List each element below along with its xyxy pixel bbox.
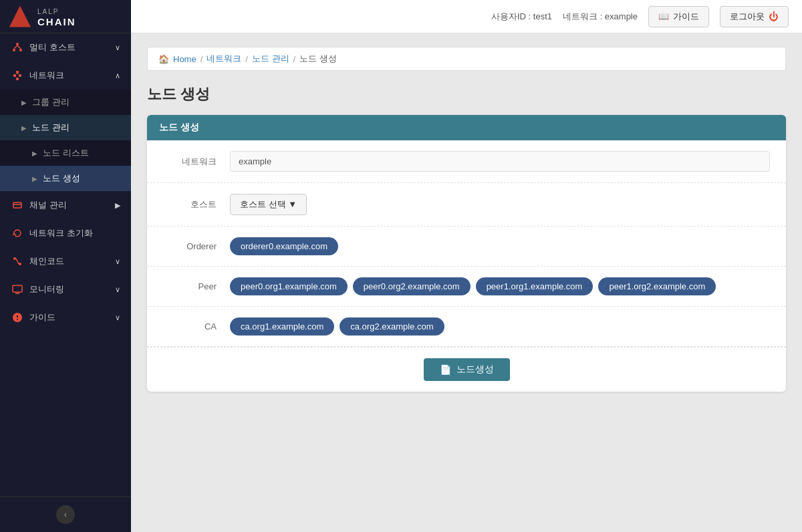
host-row: 호스트 호스트 선택 ▼ <box>147 183 786 227</box>
node-create-button[interactable]: 📄 노드생성 <box>424 358 510 381</box>
sidebar-item-network[interactable]: 네트워크 ∧ <box>0 61 131 90</box>
chaincode-icon <box>11 255 24 268</box>
network2-icon <box>11 69 24 82</box>
svg-rect-11 <box>13 203 21 208</box>
channel-icon <box>11 198 24 212</box>
node-create-card: 노드 생성 네트워크 호스트 호스트 선택 ▼ <box>147 115 786 392</box>
sidebar-footer: ‹ <box>0 497 131 532</box>
topbar: 사용자ID : test1 네트워크 : example 📖 가이드 로그아웃 … <box>131 0 802 33</box>
submenu-network: ▶ 그룹 관리 ▶ 노드 관리 ▶ 노드 리스트 ▶ 노드 생성 <box>0 90 131 191</box>
peer-tag-3: peer1.org2.example.com <box>598 277 716 295</box>
host-select-button[interactable]: 호스트 선택 ▼ <box>230 194 307 215</box>
sidebar-item-channel-manage[interactable]: 채널 관리 ▶ <box>0 191 131 219</box>
logout-button[interactable]: 로그아웃 ⏻ <box>720 6 789 27</box>
network-label-field: 네트워크 <box>163 156 230 168</box>
breadcrumb: 🏠 Home / 네트워크 / 노드 관리 / 노드 생성 <box>147 47 786 71</box>
svg-line-3 <box>14 45 17 49</box>
guide-icon <box>11 311 24 324</box>
orderer-row: Orderer orderer0.example.com <box>147 227 786 267</box>
file-icon: 📄 <box>440 364 451 375</box>
power-icon: ⏻ <box>769 11 779 22</box>
peer-label-field: Peer <box>163 281 230 291</box>
peer-tag-0: peer0.org1.example.com <box>230 277 348 295</box>
peer-tags: peer0.org1.example.com peer0.org2.exampl… <box>230 277 770 295</box>
reset-icon <box>11 227 24 240</box>
sidebar-item-group-manage[interactable]: ▶ 그룹 관리 <box>0 90 131 115</box>
card-body: 네트워크 호스트 호스트 선택 ▼ Orderer ordere <box>147 140 786 392</box>
home-icon: 🏠 <box>158 54 169 64</box>
sidebar-item-monitoring[interactable]: 모니터링 ∨ <box>0 275 131 303</box>
sidebar-collapse-button[interactable]: ‹ <box>56 505 75 524</box>
orderer-tag-0: orderer0.example.com <box>230 237 338 255</box>
submit-row: 📄 노드생성 <box>147 347 786 392</box>
sidebar-menu: 멀티 호스트 ∨ 네트워크 ∧ ▶ 그룹 관리 ▶ 노드 관리 ▶ <box>0 33 131 497</box>
host-label-field: 호스트 <box>163 198 230 211</box>
svg-point-2 <box>19 49 22 51</box>
ca-tag-0: ca.org1.example.com <box>230 317 334 336</box>
sidebar-header: LALP CHAIN <box>0 0 131 33</box>
sidebar-item-node-manage[interactable]: ▶ 노드 관리 <box>0 115 131 140</box>
breadcrumb-current: 노드 생성 <box>299 53 337 65</box>
orderer-tags: orderer0.example.com <box>230 237 770 255</box>
ca-tags: ca.org1.example.com ca.org2.example.com <box>230 317 770 336</box>
main-content: 사용자ID : test1 네트워크 : example 📖 가이드 로그아웃 … <box>131 0 802 532</box>
svg-point-1 <box>13 49 15 51</box>
peer-tag-2: peer1.org1.example.com <box>476 277 593 295</box>
svg-line-4 <box>17 45 21 49</box>
network-value <box>230 151 770 172</box>
sidebar-label-network: 네트워크 <box>29 70 64 82</box>
svg-rect-6 <box>19 74 21 77</box>
network-icon <box>11 41 24 54</box>
app-logo <box>9 6 31 27</box>
svg-rect-16 <box>13 285 22 292</box>
sidebar-item-network-reset[interactable]: 네트워크 초기화 <box>0 219 131 247</box>
sidebar-item-multi-host[interactable]: 멀티 호스트 ∨ <box>0 33 131 61</box>
orderer-label-field: Orderer <box>163 241 230 251</box>
page-content: 🏠 Home / 네트워크 / 노드 관리 / 노드 생성 노드 생성 노드 생… <box>131 33 802 532</box>
network-input[interactable] <box>230 151 770 172</box>
arrow-icon-monitoring: ∨ <box>115 285 120 294</box>
book-icon: 📖 <box>658 11 669 21</box>
svg-point-0 <box>16 43 19 45</box>
monitor-icon <box>11 283 24 296</box>
arrow-icon: ∨ <box>115 43 120 52</box>
svg-rect-8 <box>16 78 19 80</box>
network-label: 네트워크 : example <box>563 11 638 23</box>
host-value: 호스트 선택 ▼ <box>230 194 770 215</box>
svg-line-15 <box>16 259 19 264</box>
breadcrumb-home-link[interactable]: Home <box>173 54 196 64</box>
sidebar: LALP CHAIN 멀티 호스트 ∨ 네트워크 ∧ ▶ 그룹 관리 <box>0 0 131 532</box>
svg-rect-7 <box>16 71 19 74</box>
svg-point-14 <box>19 263 21 265</box>
sidebar-item-chaincode[interactable]: 체인코드 ∨ <box>0 247 131 275</box>
card-header: 노드 생성 <box>147 115 786 140</box>
user-id-label: 사용자ID : test1 <box>491 11 552 23</box>
guide-button[interactable]: 📖 가이드 <box>648 6 709 27</box>
arrow-icon-channel: ▶ <box>115 201 120 210</box>
sidebar-item-guide[interactable]: 가이드 ∨ <box>0 303 131 331</box>
ca-row: CA ca.org1.example.com ca.org2.example.c… <box>147 307 786 347</box>
sidebar-item-node-create[interactable]: ▶ 노드 생성 <box>0 166 131 191</box>
network-row: 네트워크 <box>147 140 786 183</box>
arrow-icon-network: ∧ <box>115 72 120 80</box>
sidebar-item-node-list[interactable]: ▶ 노드 리스트 <box>0 140 131 166</box>
breadcrumb-network-link[interactable]: 네트워크 <box>207 53 241 65</box>
peer-row: Peer peer0.org1.example.com peer0.org2.e… <box>147 267 786 307</box>
breadcrumb-node-manage-link[interactable]: 노드 관리 <box>252 53 289 65</box>
arrow-icon-guide: ∨ <box>115 313 120 322</box>
ca-label-field: CA <box>163 321 230 331</box>
ca-tag-1: ca.org2.example.com <box>340 317 444 336</box>
arrow-icon-chaincode: ∨ <box>115 257 120 266</box>
page-title: 노드 생성 <box>147 84 786 104</box>
sidebar-label-multi-host: 멀티 호스트 <box>29 41 76 53</box>
peer-tag-1: peer0.org2.example.com <box>353 277 471 295</box>
app-title: LALP CHAIN <box>37 5 76 27</box>
svg-point-13 <box>13 257 16 260</box>
